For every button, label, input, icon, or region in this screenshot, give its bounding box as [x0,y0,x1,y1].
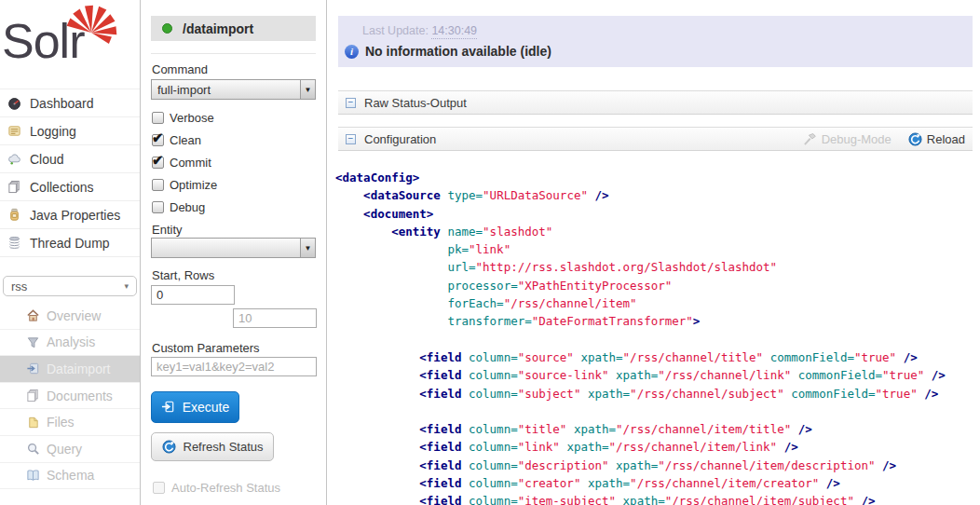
refresh-status-button[interactable]: Refresh Status [151,432,274,461]
command-select[interactable]: full-import ▼ [151,79,316,100]
entity-label: Entity [152,223,183,237]
core-item-overview[interactable]: Overview [0,303,140,330]
last-update-label: Last Update: [362,24,429,37]
sidebar-item-collections[interactable]: Collections [0,173,140,201]
code-line: <dataSource type="URLDataSource" /> [335,186,946,204]
svg-text:Solr: Solr [2,14,85,68]
handler-title: /dataimport [183,21,253,36]
core-item-files[interactable]: Files [0,409,140,436]
core-item-documents[interactable]: Documents [0,383,140,410]
logging-icon [7,124,22,139]
code-line: <field column="item-subject" xpath="/rss… [335,492,946,505]
refresh-status-label: Refresh Status [184,440,264,454]
hammer-icon [803,132,817,146]
config-xml-code: <dataConfig> <dataSource type="URLDataSo… [335,169,946,505]
custom-parameters-label: Custom Parameters [152,341,260,355]
core-item-dataimport[interactable]: Dataimport [0,356,140,383]
documents-icon [26,389,40,403]
core-item-label: Dataimport [47,362,110,376]
code-line: pk="link" [335,240,946,258]
option-row-verbose: Verbose [152,106,310,129]
core-item-schema[interactable]: Schema [0,463,140,490]
analysis-icon [26,335,40,349]
configuration-title: Configuration [364,132,436,146]
commit-checkbox-label: Commit [170,156,211,170]
clean-checkbox[interactable] [152,134,164,146]
info-icon: i [345,45,359,59]
start-rows-label: Start, Rows [152,268,214,282]
core-item-label: Documents [47,389,113,403]
configuration-section-header[interactable]: − Configuration Debug-Mode Reload [338,127,973,151]
core-item-query[interactable]: Query [0,436,140,463]
sidebar-item-label: Cloud [30,152,64,167]
chevron-down-icon[interactable]: ▼ [300,80,315,99]
java-properties-icon [7,208,22,223]
collapse-icon[interactable]: − [346,98,356,108]
schema-icon [26,469,40,483]
configuration-actions: Debug-Mode Reload [803,132,965,146]
option-row-clean: Clean [152,129,310,151]
code-line: <document> [335,205,946,223]
auto-refresh-checkbox[interactable] [153,482,165,494]
execute-button-label: Execute [183,400,230,415]
auto-refresh-label: Auto-Refresh Status [171,481,280,495]
debug-mode-label: Debug-Mode [822,132,892,146]
code-line: <field column="creator" xpath="/rss/chan… [335,474,946,492]
code-line: <entity name="slashdot" [335,223,946,240]
sidebar-item-thread-dump[interactable]: Thread Dump [0,229,140,257]
dataimport-form-panel: /dataimport Command full-import ▼ Verbos… [141,0,327,505]
collapse-icon[interactable]: − [346,134,356,144]
execute-button[interactable]: Execute [151,391,239,423]
auto-refresh-row: Auto-Refresh Status [153,481,280,495]
reload-button[interactable]: Reload [908,132,965,146]
status-dot [162,23,172,34]
command-select-value: full-import [152,80,300,99]
status-message: No information available (idle) [365,44,551,59]
code-line: <field column="source" xpath="/rss/chann… [335,348,946,366]
code-line: <field column="title" xpath="/rss/channe… [335,420,946,438]
core-item-label: Query [47,442,82,457]
rows-input[interactable] [233,308,317,328]
cloud-icon [7,152,22,167]
dataimport-icon [26,362,40,375]
core-selector-value: rss [11,280,27,293]
sidebar-core-nav: OverviewAnalysisDataimportDocumentsFiles… [0,303,140,489]
option-row-debug: Debug [152,196,310,218]
core-selector[interactable]: rss ▾ [3,276,137,296]
verbose-checkbox[interactable] [152,112,164,124]
sidebar-item-label: Thread Dump [30,236,110,251]
sidebar-item-dashboard[interactable]: Dashboard [0,89,140,117]
code-line: transformer="DateFormatTransformer"> [335,312,946,330]
core-item-analysis[interactable]: Analysis [0,330,140,357]
clean-checkbox-label: Clean [170,133,201,147]
code-line: url="http://rss.slashdot.org/Slashdot/sl… [335,258,946,276]
raw-status-title: Raw Status-Output [364,96,467,110]
start-input[interactable] [151,285,235,305]
optimize-checkbox[interactable] [152,179,164,191]
sidebar-item-java-properties[interactable]: Java Properties [0,201,140,229]
entity-select[interactable]: ▼ [151,238,316,258]
main-content: Last Update: 14:30:49 i No information a… [327,0,980,505]
reload-icon [908,132,922,146]
thread-dump-icon [7,236,22,251]
sidebar-item-label: Dashboard [30,96,94,111]
debug-mode-toggle[interactable]: Debug-Mode [803,132,892,146]
handler-header: /dataimport [151,16,316,41]
core-item-label: Schema [47,468,94,483]
solr-logo[interactable]: Solr [2,4,132,71]
custom-parameters-input[interactable] [151,357,317,376]
core-item-label: Overview [47,308,101,323]
chevron-down-icon[interactable]: ▼ [300,239,315,257]
entity-select-value [152,239,300,257]
core-item-label: Files [47,415,75,430]
divider [151,53,316,54]
commit-checkbox[interactable] [152,157,164,169]
solr-admin-app: Solr DashboardLoggingCloudCollectionsJav… [0,0,980,505]
sidebar-item-logging[interactable]: Logging [0,117,140,145]
dashboard-icon [7,96,22,111]
sidebar-item-cloud[interactable]: Cloud [0,145,140,173]
code-line: <field column="source-link" xpath="/rss/… [335,366,946,384]
sidebar-main-nav: DashboardLoggingCloudCollectionsJava Pro… [0,89,140,257]
debug-checkbox[interactable] [152,201,164,213]
raw-status-section-header[interactable]: − Raw Status-Output [338,90,973,115]
